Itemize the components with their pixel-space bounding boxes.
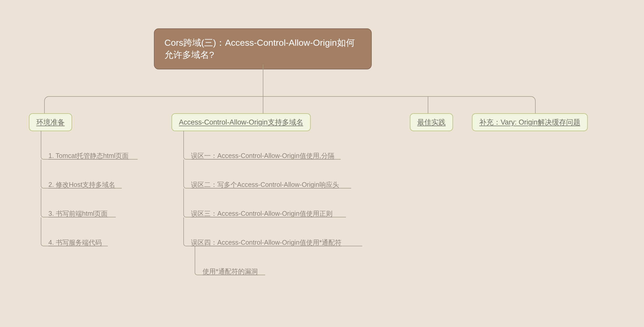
leaf-item[interactable]: 误区一：Access-Control-Allow-Origin值使用,分隔: [191, 151, 334, 160]
branch-env-prep[interactable]: 环境准备: [29, 113, 72, 131]
leaf-item[interactable]: 使用*通配符的漏洞: [203, 267, 258, 276]
branch-best-practice[interactable]: 最佳实践: [410, 113, 453, 131]
leaf-label: 4. 书写服务端代码: [48, 239, 102, 246]
connector: [535, 101, 536, 114]
leaf-label: 误区一：Access-Control-Allow-Origin值使用,分隔: [191, 152, 334, 159]
branch-label: 最佳实践: [417, 118, 446, 126]
leaf-label: 误区三：Access-Control-Allow-Origin值使用正则: [191, 210, 333, 217]
leaf-item[interactable]: 误区二：写多个Access-Control-Allow-Origin响应头: [191, 180, 339, 189]
connector: [263, 65, 263, 96]
leaf-label: 使用*通配符的漏洞: [203, 268, 258, 275]
leaf-item[interactable]: 4. 书写服务端代码: [48, 238, 102, 247]
root-title: Cors跨域(三)：Access-Control-Allow-Origin如何允…: [164, 38, 355, 60]
branch-label: Access-Control-Allow-Origin支持多域名: [179, 118, 303, 126]
branch-vary-origin[interactable]: 补充：Vary: Origin解决缓存问题: [472, 113, 588, 131]
connector: [531, 96, 536, 101]
leaf-label: 2. 修改Host支持多域名: [48, 181, 115, 188]
connector: [263, 96, 263, 114]
leaf-item[interactable]: 3. 书写前端html页面: [48, 209, 108, 218]
branch-label: 环境准备: [36, 118, 65, 126]
leaf-label: 误区四：Access-Control-Allow-Origin值使用*通配符: [191, 239, 341, 246]
branch-acao-multi[interactable]: Access-Control-Allow-Origin支持多域名: [172, 113, 311, 131]
root-node[interactable]: Cors跨域(三)：Access-Control-Allow-Origin如何允…: [154, 28, 372, 69]
leaf-item[interactable]: 2. 修改Host支持多域名: [48, 180, 115, 189]
leaf-item[interactable]: 误区四：Access-Control-Allow-Origin值使用*通配符: [191, 238, 341, 247]
connector: [44, 96, 49, 101]
branch-label: 补充：Vary: Origin解决缓存问题: [479, 118, 580, 126]
leaf-item[interactable]: 1. Tomcat托管静态html页面: [48, 151, 129, 160]
connector: [428, 96, 428, 114]
connector: [44, 101, 45, 114]
connector: [48, 96, 531, 97]
leaf-label: 误区二：写多个Access-Control-Allow-Origin响应头: [191, 181, 339, 188]
leaf-label: 3. 书写前端html页面: [48, 210, 108, 217]
leaf-label: 1. Tomcat托管静态html页面: [48, 152, 129, 159]
leaf-item[interactable]: 误区三：Access-Control-Allow-Origin值使用正则: [191, 209, 333, 218]
